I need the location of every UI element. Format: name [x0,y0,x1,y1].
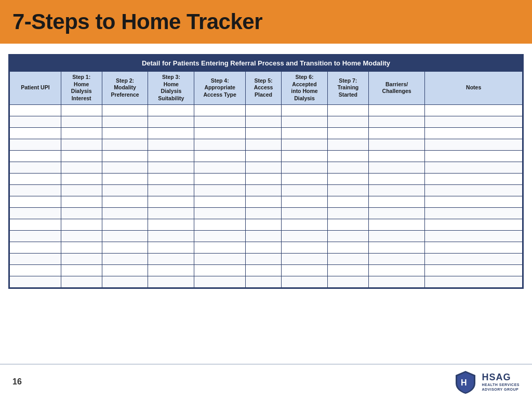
table-body [10,104,523,287]
table-cell [425,276,523,287]
table-cell [102,116,148,127]
table-cell [327,162,368,173]
table-cell [425,104,523,116]
table-cell [102,276,148,287]
table-cell [327,127,368,139]
table-cell [148,196,194,207]
table-cell [10,173,61,184]
table-cell [425,253,523,264]
col-notes: Notes [425,72,523,105]
table-cell [368,276,425,287]
table-cell [425,139,523,150]
page-title: 7-Steps to Home Tracker [12,9,520,34]
table-cell [368,207,425,219]
table-cell [194,242,246,253]
hsag-shield-icon: H [454,370,477,394]
col-step1: Step 1:HomeDialysisInterest [61,72,102,105]
table-row [10,207,523,219]
table-cell [194,173,246,184]
table-cell [368,219,425,230]
table-cell [148,276,194,287]
table-cell [10,116,61,127]
table-cell [61,230,102,242]
table-cell [282,150,328,162]
table-row [10,242,523,253]
table-cell [10,207,61,219]
table-cell [148,230,194,242]
table-cell [148,139,194,150]
col-step5: Step 5:AccessPlaced [245,72,281,105]
table-cell [282,104,328,116]
table-cell [61,104,102,116]
table-cell [148,116,194,127]
table-cell [327,264,368,276]
table-cell [61,219,102,230]
table-cell [148,173,194,184]
table-cell [327,173,368,184]
table-cell [327,230,368,242]
table-row [10,173,523,184]
col-step2: Step 2:ModalityPreference [102,72,148,105]
table-cell [61,253,102,264]
table-cell [425,196,523,207]
table-cell [245,276,281,287]
hsag-logo: H HSAG HEALTH SERVICES ADVISORY GROUP [454,370,520,394]
table-cell [425,116,523,127]
table-cell [102,207,148,219]
table-cell [61,162,102,173]
table-cell [148,104,194,116]
table-row [10,276,523,287]
table-cell [61,184,102,196]
table-cell [425,150,523,162]
table-cell [102,104,148,116]
table-cell [327,242,368,253]
table-cell [425,207,523,219]
svg-text:H: H [461,378,467,387]
table-cell [194,276,246,287]
table-cell [327,253,368,264]
table-cell [368,127,425,139]
hsag-logo-text: HSAG HEALTH SERVICES ADVISORY GROUP [482,372,520,392]
table-cell [425,127,523,139]
table-cell [245,173,281,184]
table-cell [282,242,328,253]
table-cell [148,162,194,173]
tracker-table: Patient UPI Step 1:HomeDialysisInterest … [9,71,523,288]
table-cell [368,116,425,127]
table-cell [102,127,148,139]
table-cell [194,264,246,276]
table-row [10,264,523,276]
col-step3: Step 3:HomeDialysisSuitability [148,72,194,105]
main-content: Detail for Patients Entering Referral Pr… [0,44,532,364]
table-cell [194,162,246,173]
table-cell [102,264,148,276]
table-cell [282,184,328,196]
table-cell [10,276,61,287]
table-cell [327,219,368,230]
table-cell [61,264,102,276]
table-cell [245,253,281,264]
table-cell [245,127,281,139]
table-cell [61,116,102,127]
table-cell [282,219,328,230]
table-cell [61,276,102,287]
table-cell [327,150,368,162]
col-barriers: Barriers/Challenges [368,72,425,105]
table-cell [10,184,61,196]
table-cell [327,116,368,127]
table-cell [102,162,148,173]
table-cell [102,139,148,150]
table-cell [10,264,61,276]
table-cell [10,196,61,207]
table-cell [194,219,246,230]
table-cell [327,276,368,287]
table-cell [368,230,425,242]
table-cell [245,150,281,162]
table-cell [282,173,328,184]
table-cell [245,196,281,207]
table-cell [368,264,425,276]
hsag-subtext2: ADVISORY GROUP [482,388,520,392]
col-step6: Step 6:Acceptedinto HomeDialysis [282,72,328,105]
table-cell [194,104,246,116]
table-cell [368,104,425,116]
